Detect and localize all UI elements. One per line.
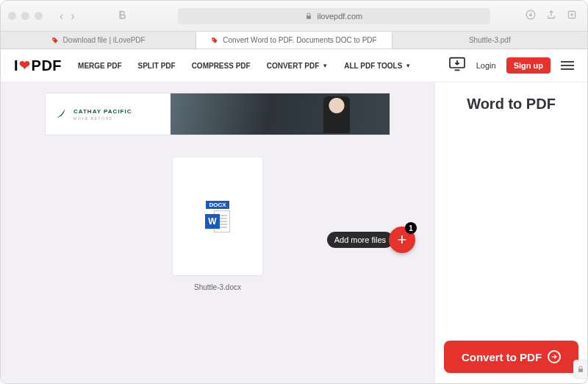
window-controls (8, 12, 43, 20)
tab-download-file[interactable]: Download file | iLovePDF (1, 32, 196, 49)
brushwing-icon (54, 107, 69, 121)
toolbar-icons (526, 10, 577, 22)
caret-down-icon: ▼ (405, 63, 411, 69)
tab-strip: Download file | iLovePDF Convert Word to… (1, 32, 587, 49)
convert-button[interactable]: Convert to PDF (444, 341, 578, 373)
file-name: Shuttle-3.docx (173, 283, 262, 291)
header-right: Login Sign up (448, 57, 574, 74)
logo-left: I (14, 57, 18, 74)
heart-icon: ❤ (19, 57, 31, 74)
caret-down-icon: ▼ (322, 63, 328, 69)
lock-icon (305, 13, 312, 20)
file-card[interactable]: DOCX W Shuttle-3.docx (173, 157, 262, 275)
ad-brand-text: CATHAY PACIFIC (74, 108, 132, 115)
word-w-icon: W (205, 214, 220, 229)
add-files-button[interactable]: + 1 (389, 227, 415, 253)
desktop-app-icon[interactable] (448, 57, 466, 74)
tab-shuttle-pdf[interactable]: Shuttle-3.pdf (392, 32, 587, 49)
minimize-window-button[interactable] (21, 12, 29, 20)
convert-button-label: Convert to PDF (462, 351, 542, 363)
ad-brand: CATHAY PACIFIC MOVE BEYOND (46, 93, 171, 135)
lock-icon (577, 366, 584, 373)
nav-convert[interactable]: CONVERT PDF▼ (267, 62, 329, 70)
tab-label: Shuttle-3.pdf (469, 36, 511, 44)
arrow-right-icon (548, 350, 561, 363)
maximize-window-button[interactable] (35, 12, 43, 20)
nav-split[interactable]: SPLIT PDF (138, 62, 176, 70)
add-files-wrap: Add more files + 1 (327, 227, 415, 253)
forward-button[interactable]: › (71, 10, 74, 23)
file-count-badge: 1 (405, 222, 417, 234)
nav-links: MERGE PDF SPLIT PDF COMPRESS PDF CONVERT… (78, 62, 411, 70)
ad-image (171, 93, 390, 135)
titlebar: ‹ › ilovepdf.com (1, 1, 587, 32)
tag-icon (51, 37, 59, 44)
tab-convert-word[interactable]: Convert Word to PDF. Documents DOC to PD… (196, 32, 392, 49)
menu-icon[interactable] (561, 61, 574, 70)
docx-badge: DOCX (206, 201, 229, 209)
address-bar[interactable]: ilovepdf.com (178, 8, 490, 24)
logo-right: PDF (32, 57, 62, 74)
nav-merge[interactable]: MERGE PDF (78, 62, 121, 70)
nav-compress[interactable]: COMPRESS PDF (192, 62, 251, 70)
url-text: ilovepdf.com (317, 12, 362, 21)
share-icon[interactable] (546, 10, 556, 22)
ad-tagline: MOVE BEYOND (74, 116, 132, 121)
page-body: i ✕ CATHAY PACIFIC MOVE BEYOND (1, 82, 587, 383)
tab-label: Convert Word to PDF. Documents DOC to PD… (223, 36, 376, 44)
download-icon[interactable] (526, 10, 536, 22)
nav-all-tools[interactable]: ALL PDF TOOLS▼ (344, 62, 411, 70)
add-files-tooltip: Add more files (327, 232, 393, 248)
file-stage: i ✕ CATHAY PACIFIC MOVE BEYOND (1, 82, 434, 383)
back-button[interactable]: ‹ (60, 10, 63, 23)
site-header: I ❤ PDF MERGE PDF SPLIT PDF COMPRESS PDF… (1, 49, 587, 82)
side-panel: Word to PDF Convert to PDF (434, 82, 587, 383)
tag-icon (211, 37, 218, 44)
signup-button[interactable]: Sign up (506, 57, 551, 74)
site-logo[interactable]: I ❤ PDF (14, 57, 62, 74)
side-scrollbar[interactable] (581, 119, 586, 332)
browser-window: ‹ › ilovepdf.com Download file | iLovePD… (0, 0, 588, 384)
ad-banner[interactable]: i ✕ CATHAY PACIFIC MOVE BEYOND (45, 93, 390, 135)
tab-label: Download file | iLovePDF (63, 36, 146, 44)
browser-logo (118, 10, 128, 22)
word-file-icon: DOCX W (205, 201, 230, 232)
login-link[interactable]: Login (476, 61, 496, 70)
panel-title: Word to PDF (467, 96, 556, 113)
plus-icon: + (398, 230, 407, 249)
close-window-button[interactable] (8, 12, 16, 20)
new-tab-icon[interactable] (567, 10, 577, 22)
nav-arrows: ‹ › (60, 10, 75, 23)
page-lock-indicator (573, 360, 587, 379)
